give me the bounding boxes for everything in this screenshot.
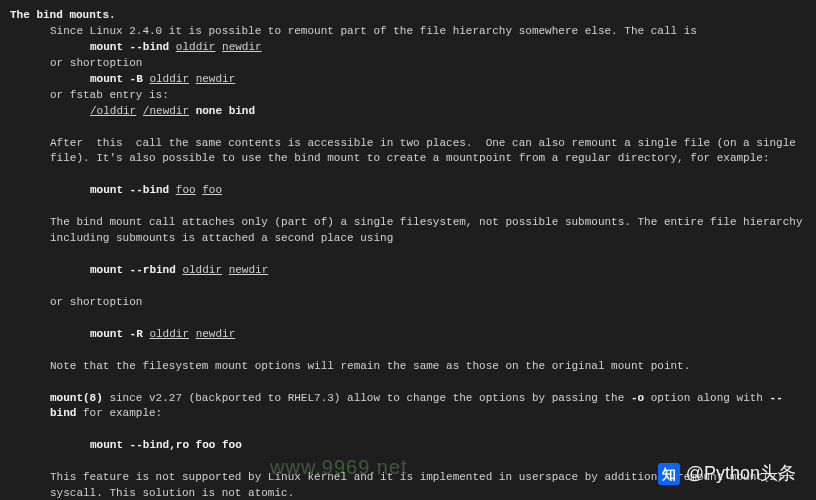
zhihu-icon: 知 bbox=[658, 463, 680, 485]
spacer bbox=[10, 167, 806, 183]
section-title: The bind mounts. bbox=[10, 8, 806, 24]
cmd: mount --bind foo foo bbox=[10, 183, 806, 199]
spacer bbox=[10, 120, 806, 136]
para: or shortoption bbox=[10, 56, 806, 72]
spacer bbox=[10, 375, 806, 391]
para: Note that the filesystem mount options w… bbox=[10, 359, 806, 375]
cmd: /olddir /newdir none bind bbox=[10, 104, 806, 120]
spacer bbox=[10, 247, 806, 263]
watermark-author: 知@Python头条 bbox=[658, 460, 796, 486]
spacer bbox=[10, 279, 806, 295]
cmd: mount -R olddir newdir bbox=[10, 327, 806, 343]
watermark-url: www.9969.net bbox=[270, 453, 408, 482]
cmd: mount --rbind olddir newdir bbox=[10, 263, 806, 279]
manpage-body: The bind mounts. Since Linux 2.4.0 it is… bbox=[0, 0, 816, 500]
para: mount(8) since v2.27 (backported to RHEL… bbox=[10, 391, 806, 423]
spacer bbox=[10, 311, 806, 327]
para: or shortoption bbox=[10, 295, 806, 311]
para: After this call the same contents is acc… bbox=[10, 136, 806, 168]
cmd: mount --bind,ro foo foo bbox=[10, 438, 806, 454]
cmd: mount --bind olddir newdir bbox=[10, 40, 806, 56]
spacer bbox=[10, 343, 806, 359]
spacer bbox=[10, 422, 806, 438]
para: The bind mount call attaches only (part … bbox=[10, 215, 806, 247]
para: Since Linux 2.4.0 it is possible to remo… bbox=[10, 24, 806, 40]
spacer bbox=[10, 199, 806, 215]
cmd: mount -B olddir newdir bbox=[10, 72, 806, 88]
para: or fstab entry is: bbox=[10, 88, 806, 104]
